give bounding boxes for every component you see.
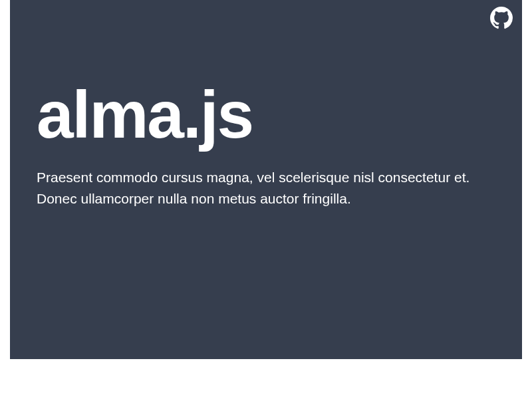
page-subtitle: Praesent commodo cursus magna, vel scele…: [37, 167, 495, 209]
hero-section: alma.js Praesent commodo cursus magna, v…: [10, 0, 522, 359]
page-title: alma.js: [37, 80, 495, 150]
github-icon: [490, 7, 513, 32]
github-link[interactable]: [490, 8, 513, 31]
